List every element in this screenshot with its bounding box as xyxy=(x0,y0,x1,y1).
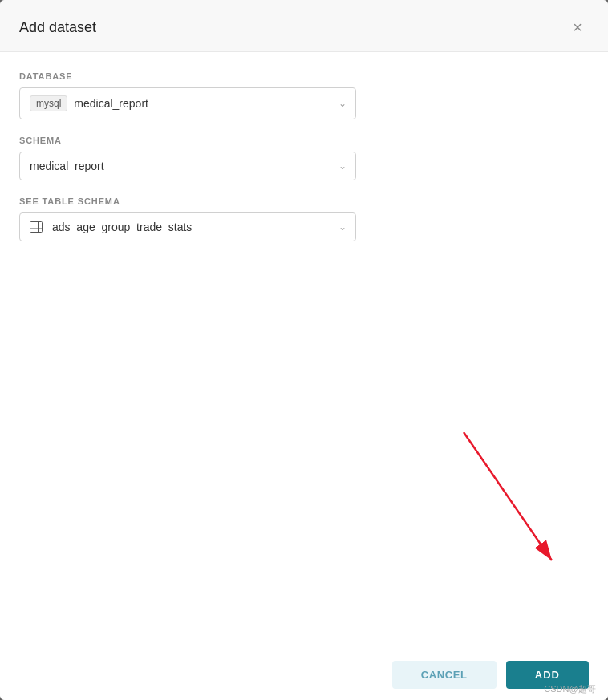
table-schema-label: SEE TABLE SCHEMA xyxy=(19,196,589,206)
svg-rect-0 xyxy=(30,222,43,233)
modal-title: Add dataset xyxy=(19,19,96,36)
svg-line-6 xyxy=(464,432,552,560)
database-badge: mysql xyxy=(30,95,67,111)
close-button[interactable]: × xyxy=(566,16,589,38)
add-dataset-modal: Add dataset × DATABASE mysql medical_rep… xyxy=(0,0,608,700)
table-icon xyxy=(30,221,43,233)
modal-header: Add dataset × xyxy=(0,0,608,52)
modal-footer: CANCEL ADD xyxy=(0,649,608,700)
database-form-group: DATABASE mysql medical_report ⌄ xyxy=(19,71,589,119)
schema-value: medical_report xyxy=(30,160,104,172)
schema-select-wrapper[interactable]: medical_report ⌄ xyxy=(19,152,356,180)
database-select[interactable]: mysql medical_report xyxy=(19,87,356,119)
table-schema-form-group: SEE TABLE SCHEMA ads_age_group_trade_s xyxy=(19,196,589,241)
database-label: DATABASE xyxy=(19,71,589,81)
modal-body: DATABASE mysql medical_report ⌄ SCHEMA m… xyxy=(0,52,608,649)
red-arrow-annotation xyxy=(440,432,568,593)
schema-select[interactable]: medical_report xyxy=(19,152,356,180)
database-value: medical_report xyxy=(74,97,148,110)
close-icon: × xyxy=(573,18,582,37)
schema-label: SCHEMA xyxy=(19,136,589,145)
cancel-button[interactable]: CANCEL xyxy=(392,661,497,689)
table-schema-select[interactable]: ads_age_group_trade_stats xyxy=(19,212,356,241)
table-schema-value: ads_age_group_trade_stats xyxy=(52,221,192,233)
watermark-text: CSDN@超哥-- xyxy=(544,683,602,695)
table-schema-select-wrapper[interactable]: ads_age_group_trade_stats ⌄ xyxy=(19,212,356,241)
schema-form-group: SCHEMA medical_report ⌄ xyxy=(19,136,589,180)
database-select-wrapper[interactable]: mysql medical_report ⌄ xyxy=(19,87,356,119)
